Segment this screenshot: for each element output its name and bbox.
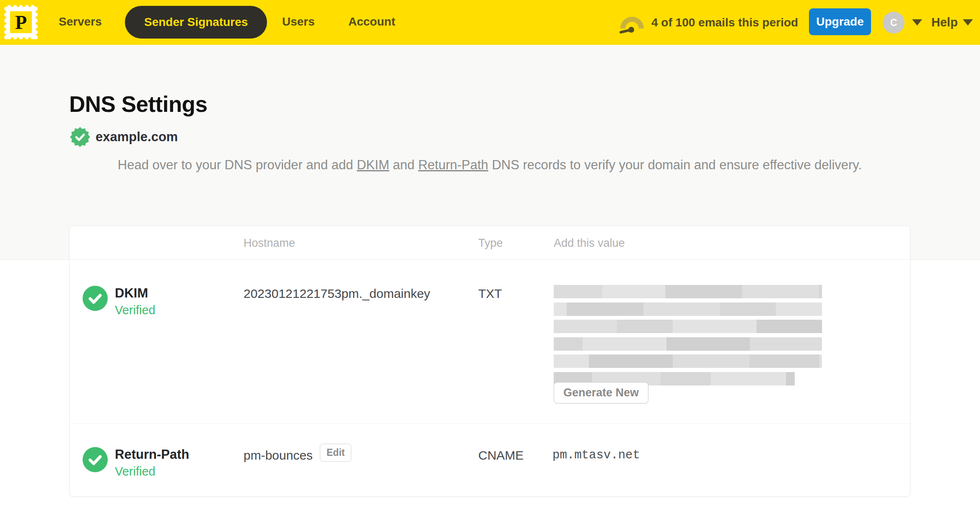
page-description: Head over to your DNS provider and add D…	[69, 155, 910, 175]
redacted-bar	[554, 354, 822, 368]
record-name: Return-Path	[115, 447, 189, 462]
redacted-dns-value	[554, 285, 822, 389]
page-title: DNS Settings	[69, 91, 207, 117]
avatar-chevron-down-icon[interactable]	[912, 19, 922, 26]
column-header-type: Type	[478, 237, 503, 250]
redacted-bar	[554, 303, 822, 316]
gauge-icon	[620, 12, 645, 34]
generate-new-button[interactable]: Generate New	[554, 382, 648, 403]
nav-item-account[interactable]: Account	[348, 15, 395, 28]
verified-seal-icon	[70, 127, 90, 147]
record-hostname: 20230121221753pm._domainkey	[244, 287, 430, 301]
postmark-logo-icon[interactable]: P	[4, 5, 38, 39]
description-text: Head over to your DNS provider and add	[118, 158, 357, 172]
edit-button[interactable]: Edit	[320, 444, 351, 462]
nav-item-servers[interactable]: Servers	[59, 15, 102, 28]
nav-item-sender-signatures[interactable]: Sender Signatures	[125, 6, 267, 39]
table-header: Hostname Type Add this value	[70, 226, 910, 260]
usage-text: 4 of 100 emails this period	[651, 16, 798, 29]
nav-item-users[interactable]: Users	[282, 15, 315, 28]
avatar[interactable]: C	[883, 12, 905, 34]
record-type: TXT	[478, 287, 502, 301]
record-type: CNAME	[478, 448, 524, 463]
status-badge: Verified	[115, 303, 156, 317]
top-nav: P Servers Sender Signatures Users Accoun…	[0, 0, 980, 45]
help-menu[interactable]: Help	[931, 0, 973, 45]
return-path-link[interactable]: Return-Path	[418, 158, 488, 172]
redacted-bar	[554, 337, 822, 351]
verified-check-icon	[83, 286, 108, 311]
domain-line: example.com	[70, 127, 178, 147]
column-header-hostname: Hostname	[244, 237, 295, 250]
redacted-bar	[554, 320, 822, 333]
description-text: and	[389, 158, 418, 172]
dns-records-card: Hostname Type Add this value DKIM Verifi…	[69, 225, 910, 497]
dkim-link[interactable]: DKIM	[357, 158, 389, 172]
logo-letter: P	[15, 12, 27, 33]
help-label: Help	[931, 16, 958, 29]
row-divider	[70, 424, 910, 424]
upgrade-button[interactable]: Upgrade	[809, 8, 871, 35]
redacted-bar	[554, 285, 822, 298]
record-value: pm.mtasv.net	[552, 448, 640, 462]
usage-meter: 4 of 100 emails this period	[620, 0, 798, 45]
status-badge: Verified	[115, 465, 156, 478]
domain-name: example.com	[96, 129, 178, 145]
record-hostname: pm-bounces	[244, 448, 313, 463]
record-name: DKIM	[115, 286, 148, 301]
verified-check-icon	[83, 447, 108, 472]
column-header-value: Add this value	[554, 237, 625, 250]
help-chevron-down-icon	[963, 19, 973, 26]
description-text: DNS records to verify your domain and en…	[488, 158, 862, 172]
